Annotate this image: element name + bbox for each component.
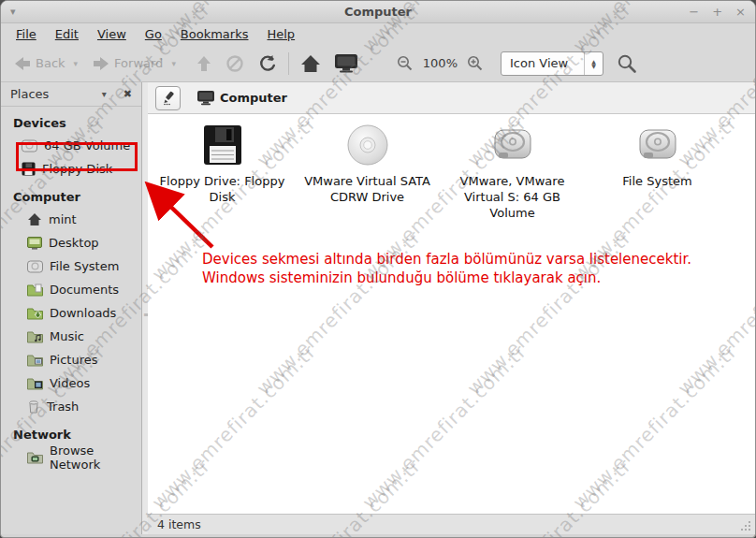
view-mode-spinner[interactable]: ▲ ▼ bbox=[584, 52, 603, 75]
sidebar-item-label: Trash bbox=[47, 400, 79, 414]
sidebar-item-pictures[interactable]: Pictures bbox=[1, 348, 141, 371]
stop-icon bbox=[226, 55, 243, 72]
annotation-line-1: Devices sekmesi altında birden fazla böl… bbox=[202, 251, 691, 269]
window-title: Computer bbox=[1, 5, 755, 19]
up-button[interactable] bbox=[193, 52, 215, 75]
menu-edit[interactable]: Edit bbox=[48, 25, 86, 43]
search-button[interactable] bbox=[613, 51, 641, 77]
file-item-label: Floppy Drive: Floppy Disk bbox=[156, 173, 289, 205]
forward-label: Forward bbox=[114, 56, 163, 70]
trash-icon bbox=[27, 400, 40, 414]
zoom-out-icon bbox=[397, 55, 414, 72]
file-item-label: File System bbox=[591, 173, 724, 189]
back-history-dropdown-icon[interactable]: ▾ bbox=[74, 59, 79, 68]
menu-view[interactable]: View bbox=[90, 25, 134, 43]
sidebar-item-label: 64 GB Volume bbox=[44, 138, 130, 153]
menu-file[interactable]: File bbox=[8, 25, 44, 43]
toolbar-separator bbox=[288, 52, 289, 75]
zoom-out-button[interactable] bbox=[393, 52, 417, 75]
minimize-button[interactable]: − bbox=[689, 6, 699, 18]
sidebar-item-browse-network[interactable]: Browse Network bbox=[1, 445, 141, 469]
sidebar-item-mint[interactable]: mint bbox=[1, 208, 141, 231]
desktop-icon bbox=[27, 236, 42, 250]
menu-bookmarks[interactable]: Bookmarks bbox=[173, 25, 256, 43]
file-item-file-system[interactable]: File System bbox=[585, 124, 730, 221]
forward-button[interactable]: Forward ▾ bbox=[89, 53, 180, 74]
refresh-icon bbox=[258, 54, 277, 72]
forward-history-dropdown-icon[interactable]: ▾ bbox=[171, 59, 176, 68]
stop-button[interactable] bbox=[223, 52, 247, 75]
edit-location-icon bbox=[161, 91, 176, 106]
sidebar-item-label: Browse Network bbox=[50, 443, 141, 472]
sidebar-item-floppy-disk[interactable]: Floppy Disk bbox=[1, 157, 141, 181]
sidebar-item-label: Desktop bbox=[49, 236, 99, 250]
menu-bar: File Edit View Go Bookmarks Help bbox=[1, 23, 755, 45]
sidebar-item-desktop[interactable]: Desktop bbox=[1, 231, 141, 254]
file-manager-window: ▾ Computer − + × File Edit View Go Bookm… bbox=[0, 0, 756, 538]
breadcrumb-computer[interactable]: Computer bbox=[196, 90, 287, 106]
spinner-down-icon: ▼ bbox=[591, 64, 596, 68]
sidebar-section-devices: Devices bbox=[1, 107, 141, 134]
back-label: Back bbox=[36, 56, 65, 70]
documents-folder-icon bbox=[27, 284, 43, 297]
sidebar: Places ▾ ✖ Devices 64 GB Volume Floppy D… bbox=[1, 82, 141, 534]
menu-go[interactable]: Go bbox=[138, 25, 169, 43]
sidebar-item-music[interactable]: Music bbox=[1, 325, 141, 348]
computer-button[interactable] bbox=[330, 51, 362, 76]
zoom-level: 100% bbox=[423, 56, 458, 70]
places-label: Places bbox=[10, 87, 49, 101]
menu-help[interactable]: Help bbox=[259, 25, 302, 43]
status-bar: 4 items bbox=[148, 514, 755, 534]
sidebar-item-label: Pictures bbox=[50, 353, 97, 367]
toolbar: Back ▾ Forward ▾ bbox=[1, 45, 755, 82]
sidebar-item-downloads[interactable]: Downloads bbox=[1, 301, 141, 325]
icon-view[interactable]: Floppy Drive: Floppy Disk VMware Virtual… bbox=[148, 114, 755, 514]
toggle-location-entry-button[interactable] bbox=[155, 86, 181, 110]
back-button[interactable]: Back ▾ bbox=[10, 53, 81, 74]
file-item-64gb-volume[interactable]: VMware, VMware Virtual S: 64 GB Volume bbox=[440, 124, 585, 221]
sidebar-item-64gb-volume[interactable]: 64 GB Volume bbox=[1, 134, 141, 157]
file-item-cdrw-drive[interactable]: VMware Virtual SATA CDRW Drive bbox=[295, 124, 440, 221]
optical-disc-icon bbox=[346, 124, 389, 167]
sidebar-item-label: Music bbox=[50, 329, 84, 343]
network-folder-icon bbox=[27, 451, 43, 464]
pane-splitter[interactable]: ≡≡ bbox=[141, 82, 148, 534]
pictures-folder-icon bbox=[27, 354, 43, 367]
sidebar-item-label: Documents bbox=[50, 283, 119, 297]
sidebar-section-computer: Computer bbox=[1, 181, 141, 208]
sidebar-item-documents[interactable]: Documents bbox=[1, 278, 141, 301]
downloads-folder-icon bbox=[27, 307, 43, 320]
home-icon bbox=[27, 212, 42, 226]
floppy-icon bbox=[22, 162, 36, 176]
sidebar-item-videos[interactable]: Videos bbox=[1, 371, 141, 395]
resize-grip-icon[interactable] bbox=[739, 519, 752, 532]
sidebar-item-label: mint bbox=[49, 212, 77, 226]
maximize-button[interactable]: + bbox=[712, 6, 722, 18]
file-item-label: VMware, VMware Virtual S: 64 GB Volume bbox=[446, 173, 579, 221]
close-button[interactable]: × bbox=[735, 6, 746, 18]
file-item-floppy-drive[interactable]: Floppy Drive: Floppy Disk bbox=[150, 124, 295, 221]
sidebar-item-file-system[interactable]: File System bbox=[1, 254, 141, 278]
view-mode-value: Icon View bbox=[510, 56, 568, 70]
forward-arrow-icon bbox=[93, 56, 109, 71]
places-collapse-icon[interactable]: ▾ bbox=[102, 89, 107, 99]
places-close-icon[interactable]: ✖ bbox=[124, 88, 132, 100]
sidebar-item-trash[interactable]: Trash bbox=[1, 395, 141, 418]
hard-drive-icon bbox=[27, 260, 43, 273]
icon-grid: Floppy Drive: Floppy Disk VMware Virtual… bbox=[148, 114, 755, 221]
back-arrow-icon bbox=[14, 56, 31, 71]
hard-drive-icon bbox=[636, 124, 679, 167]
zoom-in-button[interactable] bbox=[463, 52, 487, 75]
videos-folder-icon bbox=[27, 377, 43, 390]
places-header[interactable]: Places ▾ ✖ bbox=[1, 82, 141, 107]
file-item-label: VMware Virtual SATA CDRW Drive bbox=[301, 173, 434, 205]
annotation-text: Devices sekmesi altında birden fazla böl… bbox=[202, 251, 691, 287]
home-button[interactable] bbox=[297, 51, 325, 76]
up-arrow-icon bbox=[196, 55, 211, 72]
view-mode-select[interactable]: Icon View ▲ ▼ bbox=[501, 51, 603, 76]
sidebar-item-label: Floppy Disk bbox=[42, 162, 112, 176]
computer-icon bbox=[334, 53, 358, 73]
hard-drive-icon bbox=[491, 124, 534, 167]
path-bar: Computer bbox=[148, 82, 755, 114]
refresh-button[interactable] bbox=[254, 51, 281, 75]
